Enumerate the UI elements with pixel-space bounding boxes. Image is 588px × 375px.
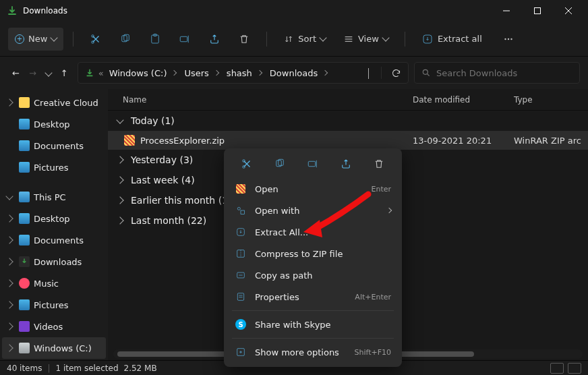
skype-icon: S	[235, 318, 247, 330]
zip-icon	[235, 248, 247, 260]
share-button[interactable]	[202, 28, 227, 51]
divider	[266, 32, 267, 47]
nav-history-button[interactable]	[45, 69, 52, 76]
search-icon	[421, 68, 431, 78]
context-menu: Open Enter Open with Extract All... Comp…	[224, 148, 402, 367]
ctx-share-skype[interactable]: S Share with Skype	[228, 314, 398, 335]
sidebar-item[interactable]: Creative Cloud	[0, 92, 108, 113]
ctx-open[interactable]: Open Enter	[228, 178, 398, 200]
ctx-delete-button[interactable]	[370, 155, 388, 173]
svg-rect-10	[181, 36, 188, 42]
nav-up-button[interactable]: ↑	[61, 68, 68, 78]
properties-icon	[235, 291, 247, 303]
sidebar-item-this-pc[interactable]: This PC	[0, 186, 108, 208]
svg-rect-1	[535, 8, 541, 14]
svg-rect-27	[241, 210, 244, 214]
svg-rect-24	[308, 161, 316, 167]
ctx-open-with[interactable]: Open with	[228, 200, 398, 221]
zip-icon	[124, 135, 135, 146]
group-header[interactable]: Today (1)	[108, 111, 588, 131]
sidebar-item[interactable]: Windows (C:)	[2, 337, 106, 359]
chevron-right-icon	[386, 208, 392, 213]
view-label: View	[358, 34, 379, 44]
sidebar-item[interactable]: Pictures	[0, 156, 108, 178]
svg-point-15	[504, 38, 506, 39]
divider	[73, 32, 74, 47]
chevron-down-icon	[382, 34, 389, 41]
ctx-properties[interactable]: Properties Alt+Enter	[228, 286, 398, 308]
bc-chevron[interactable]	[363, 68, 374, 78]
path-icon	[235, 269, 247, 281]
chevron-down-icon	[51, 34, 58, 41]
ctx-more-options[interactable]: Show more options Shift+F10	[228, 341, 398, 363]
titlebar: Downloads	[0, 0, 588, 22]
close-button[interactable]	[553, 0, 584, 22]
extract-all-button[interactable]: Extract all	[415, 28, 489, 51]
view-details-button[interactable]	[550, 363, 564, 374]
sidebar-item[interactable]: Desktop	[0, 208, 108, 229]
more-button[interactable]	[496, 28, 521, 51]
paste-button[interactable]	[142, 28, 168, 51]
svg-point-17	[510, 38, 512, 39]
search-box[interactable]	[414, 62, 580, 84]
svg-point-16	[508, 38, 509, 39]
delete-button[interactable]	[231, 28, 257, 51]
nav-row: ← → ↑ « Windows (C:) Users shash Downloa…	[0, 57, 588, 89]
view-thumbnails-button[interactable]	[568, 363, 581, 374]
svg-point-26	[237, 207, 240, 210]
ctx-compress[interactable]: Compress to ZIP file	[228, 243, 398, 264]
status-selected: 1 item selected	[56, 364, 119, 373]
extract-all-label: Extract all	[438, 34, 482, 44]
maximize-button[interactable]	[522, 0, 553, 22]
file-row[interactable]: ProcessExplorer.zip 13-09-2021 20:21 Win…	[108, 131, 588, 150]
copy-button[interactable]	[113, 28, 138, 51]
sort-label: Sort	[298, 34, 316, 44]
view-button[interactable]: View	[336, 28, 395, 51]
breadcrumb-segment[interactable]: Windows (C:)	[108, 68, 181, 78]
sidebar-item[interactable]: Videos	[0, 316, 108, 337]
column-headers: Name Date modified Type	[108, 89, 588, 111]
new-button[interactable]: + New	[8, 28, 63, 51]
refresh-button[interactable]	[388, 68, 404, 78]
breadcrumb-segment[interactable]: Downloads	[268, 68, 331, 78]
breadcrumb-segment[interactable]: Users	[183, 68, 222, 78]
rename-button[interactable]	[172, 28, 198, 51]
toolbar: + New Sort View Extract all	[0, 22, 588, 57]
svg-line-19	[428, 74, 430, 76]
search-input[interactable]	[436, 68, 572, 78]
column-type[interactable]: Type	[514, 95, 581, 105]
svg-rect-32	[237, 293, 243, 301]
nav-forward-button[interactable]: →	[29, 68, 36, 78]
column-name[interactable]: Name	[115, 95, 413, 105]
ctx-rename-button[interactable]	[304, 155, 322, 173]
downloads-icon	[85, 68, 94, 78]
ctx-cut-button[interactable]	[238, 155, 256, 173]
sidebar-item[interactable]: Desktop	[0, 113, 108, 135]
file-name: ProcessExplorer.zip	[140, 136, 413, 146]
column-date[interactable]: Date modified	[413, 95, 514, 105]
ctx-share-button[interactable]	[337, 155, 355, 173]
breadcrumb-segment[interactable]: shash	[225, 68, 266, 78]
divider	[405, 32, 405, 47]
sidebar-item[interactable]: Downloads	[0, 251, 108, 272]
sidebar-item[interactable]: Documents	[0, 229, 108, 251]
window-title: Downloads	[23, 6, 491, 16]
sort-button[interactable]: Sort	[276, 28, 332, 51]
downloads-icon	[7, 5, 18, 16]
book-icon	[235, 183, 247, 195]
ctx-extract-all[interactable]: Extract All...	[228, 221, 398, 243]
new-label: New	[28, 34, 47, 44]
chevron-down-icon	[319, 34, 326, 41]
status-size: 2.52 MB	[124, 364, 157, 373]
nav-back-button[interactable]: ←	[12, 68, 20, 78]
sidebar-item[interactable]: Pictures	[0, 294, 108, 316]
breadcrumb[interactable]: « Windows (C:) Users shash Downloads	[78, 62, 409, 84]
cut-button[interactable]	[83, 28, 109, 51]
ctx-copy-path[interactable]: Copy as path	[228, 264, 398, 286]
sidebar-item[interactable]: Music	[0, 272, 108, 294]
svg-point-18	[423, 69, 428, 74]
minimize-button[interactable]	[491, 0, 522, 22]
sidebar-item[interactable]: Documents	[0, 135, 108, 156]
extract-icon	[235, 226, 247, 238]
ctx-copy-button[interactable]	[271, 155, 289, 173]
